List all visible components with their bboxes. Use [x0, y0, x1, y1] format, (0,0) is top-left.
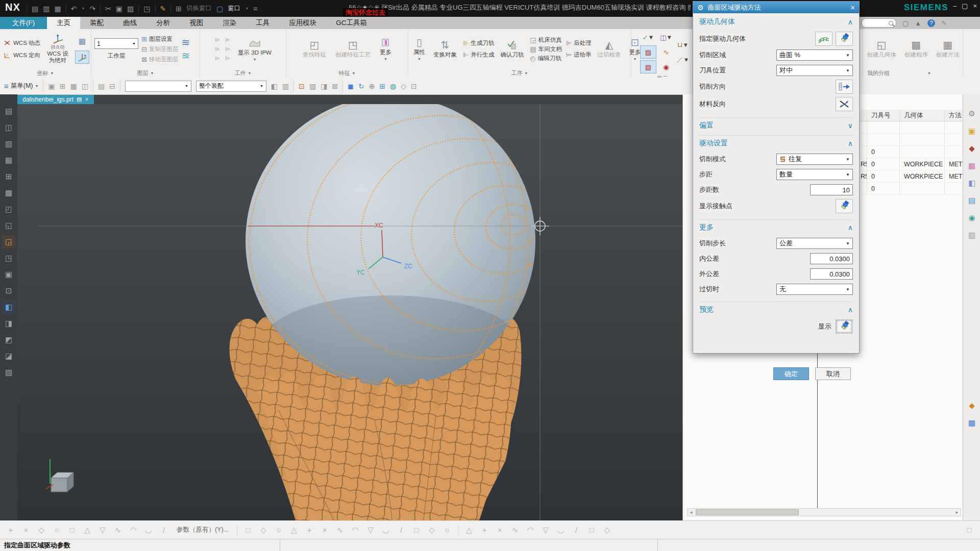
tab-gc-toolbox[interactable]: GC工具箱: [326, 17, 377, 29]
resource-icon[interactable]: ▩: [2, 186, 15, 199]
cut-pattern-dropdown[interactable]: 往复 ▼: [776, 154, 853, 165]
move-to-layer-button[interactable]: ⊠移动至图层: [141, 56, 178, 63]
command-search-input[interactable]: [862, 18, 896, 28]
resource-icon[interactable]: ⊡: [2, 284, 15, 297]
toolbar-icon[interactable]: ⊞: [60, 82, 66, 90]
snap-icon[interactable]: ◡: [379, 524, 393, 536]
show-3d-ipw-button[interactable]: 显示 3D IPW ▼: [236, 36, 274, 62]
cut-area-dropdown[interactable]: 曲面 %▼: [776, 49, 853, 61]
section-header-offset[interactable]: 偏置∨: [698, 119, 854, 132]
table-row[interactable]: 0: [860, 146, 963, 158]
suppress-icon[interactable]: ⊳: [225, 55, 230, 62]
cancel-button[interactable]: 取消: [815, 367, 851, 380]
layers-panel-icon[interactable]: ▤: [966, 194, 978, 207]
menu-button[interactable]: ≡ 菜单(M)▼: [4, 82, 38, 90]
suppress-icon[interactable]: ⊳: [215, 45, 220, 53]
snap-icon[interactable]: ∿: [111, 524, 125, 536]
table-row[interactable]: R50 WORKPIECEMET: [860, 170, 963, 183]
minimize-button[interactable]: –: [953, 2, 957, 10]
snap-icon[interactable]: △: [287, 524, 301, 536]
compare-icon[interactable]: ◆: [966, 142, 978, 155]
cylinder-tool-icon[interactable]: ▦: [966, 160, 978, 172]
save-icon[interactable]: ▤: [32, 5, 38, 13]
snap-icon[interactable]: ▽: [539, 524, 552, 536]
tab-home[interactable]: 主页: [47, 17, 80, 29]
pattern-icon[interactable]: ◫▼: [659, 31, 673, 44]
suppress-icon[interactable]: ⊳: [225, 36, 230, 43]
section-header-drive-geometry[interactable]: 驱动几何体∧: [698, 15, 854, 29]
resource-icon[interactable]: ▣: [2, 268, 15, 281]
switch-window-label[interactable]: 切换窗口: [186, 4, 212, 13]
annotation-pen-icon[interactable]: ✎: [941, 19, 947, 27]
spline-icon[interactable]: ∿: [659, 45, 673, 59]
dialog-close-icon[interactable]: ×: [850, 4, 855, 11]
resource-icon[interactable]: ◫: [2, 121, 15, 134]
snap-icon[interactable]: ◠: [524, 524, 537, 536]
resource-icon[interactable]: ▦: [2, 154, 15, 167]
touch-mode-icon[interactable]: ◳: [143, 5, 150, 13]
resource-icon[interactable]: ◪: [2, 349, 15, 363]
layer-stack-icon[interactable]: ≋: [181, 37, 190, 47]
work-layer-dropdown[interactable]: 1▼: [94, 38, 138, 49]
snap-icon[interactable]: △: [81, 524, 94, 536]
sphere-view-icon[interactable]: ◍: [390, 82, 396, 90]
table-row[interactable]: 0: [860, 183, 963, 195]
toolbar-icon[interactable]: ▣: [48, 82, 55, 90]
snap-icon[interactable]: ×: [19, 524, 33, 536]
column-header-method[interactable]: 方法: [945, 110, 963, 121]
snap-icon[interactable]: ×: [493, 524, 506, 536]
resource-icon[interactable]: ◳: [2, 252, 15, 265]
toolbar-icon[interactable]: ◇: [401, 82, 406, 90]
undo-dropdown-icon[interactable]: ▼: [81, 7, 85, 10]
group-label-feature[interactable]: 特征▼: [286, 69, 408, 78]
wcs-set-absolute-button[interactable]: (0,0,0) WCS 设为绝对: [43, 34, 72, 64]
selection-scope-dropdown[interactable]: 整个装配▼: [196, 81, 266, 92]
snap-icon[interactable]: ○: [50, 524, 63, 536]
toolbar-icon[interactable]: ⊠: [332, 82, 338, 90]
snap-icon[interactable]: ▽: [364, 524, 377, 536]
show-contact-points-button[interactable]: [836, 199, 853, 213]
palette-icon[interactable]: ◆: [966, 399, 978, 412]
create-method-button[interactable]: ▦创建方法: [934, 39, 962, 59]
create-geometry-button[interactable]: ◱创建几何体: [865, 39, 898, 59]
snap-icon[interactable]: ○: [272, 524, 285, 536]
tab-application[interactable]: 应用模块: [279, 17, 326, 29]
post-process-button[interactable]: ⊫后处理: [566, 39, 592, 47]
shaded-cube-icon[interactable]: ◼: [348, 82, 354, 90]
doc-panel-icon[interactable]: ▥: [966, 229, 978, 241]
inner-tolerance-input[interactable]: 0.0300: [810, 253, 853, 264]
ipw-outline-icon[interactable]: ▧: [640, 60, 656, 73]
toolbar-icon[interactable]: ▧: [309, 82, 316, 90]
section-header-more[interactable]: 更多∧: [698, 221, 854, 234]
blank-cubes-icon[interactable]: ▣: [966, 125, 978, 137]
snap-icon[interactable]: /: [395, 524, 408, 536]
stepover-dropdown[interactable]: 数量▼: [776, 169, 853, 180]
window-dropdown-icon[interactable]: ▼: [245, 7, 249, 10]
select-drive-geometry-button[interactable]: [815, 32, 832, 46]
snap-icon[interactable]: ○: [440, 524, 454, 536]
target-icon[interactable]: ◉: [966, 212, 978, 224]
feature-more-button[interactable]: 更多▼: [378, 37, 394, 61]
resource-icon-roles[interactable]: ◧: [2, 300, 15, 314]
feedrate-button[interactable]: ⊨进给率: [566, 51, 592, 59]
snap-icon[interactable]: □: [241, 524, 255, 536]
ipw-2d-icon[interactable]: ▨: [640, 45, 656, 59]
table-row[interactable]: [860, 134, 963, 146]
snap-filter-icon[interactable]: ⊡: [299, 82, 305, 90]
maximize-button[interactable]: ▢: [962, 2, 968, 10]
toolbar-icon[interactable]: ▥: [282, 82, 289, 90]
resource-icon[interactable]: ◱: [2, 219, 15, 232]
section-header-preview[interactable]: 预览∧: [698, 303, 854, 316]
part-tab[interactable]: dalishenbei_igs.prt ▤ ×: [17, 94, 94, 104]
suppress-icon[interactable]: ⊳: [215, 36, 220, 43]
resource-icon[interactable]: ▨: [2, 366, 15, 379]
window-icon[interactable]: ▢: [216, 5, 223, 13]
redo-icon[interactable]: ↷: [89, 5, 95, 13]
resource-icon[interactable]: ◩: [2, 333, 15, 346]
scroll-right-icon[interactable]: ►: [955, 510, 959, 515]
toolbar-icon[interactable]: ◫: [82, 82, 88, 90]
snap-icon[interactable]: □: [410, 524, 423, 536]
toolbar-icon[interactable]: ⊟: [109, 82, 115, 90]
parallel-generate-button[interactable]: ⊩并行生成: [463, 51, 494, 59]
paste-icon[interactable]: ▨: [127, 5, 134, 13]
